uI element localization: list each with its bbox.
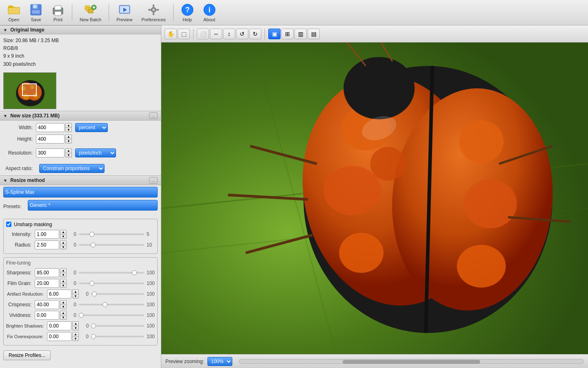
vividness-row: Vividness: ▲ ▼ 0 100 xyxy=(6,311,155,320)
crop-tool-button[interactable]: ⬜ xyxy=(197,29,209,39)
svg-point-54 xyxy=(343,57,414,119)
crispness-slider-track[interactable] xyxy=(79,304,144,305)
help-label: Help xyxy=(183,17,192,22)
radius-increment-button[interactable]: ▲ xyxy=(60,240,67,245)
resize-method-collapse-arrow[interactable]: ▼ xyxy=(3,178,7,183)
sharpness-slider-track[interactable] xyxy=(79,272,144,274)
height-row: Height: ▲ ▼ xyxy=(3,135,158,144)
vividness-slider-thumb[interactable] xyxy=(79,313,84,318)
open-button[interactable]: Open xyxy=(4,2,24,24)
brighten-shadows-slider-thumb[interactable] xyxy=(91,323,96,328)
crispness-increment-button[interactable]: ▲ xyxy=(60,300,67,305)
brighten-shadows-decrement-button[interactable]: ▼ xyxy=(72,326,79,330)
zoom-select[interactable]: 100% xyxy=(207,357,232,366)
new-size-options-button[interactable]: ... xyxy=(149,112,158,119)
intensity-input[interactable] xyxy=(35,230,59,239)
sharpness-input[interactable] xyxy=(35,268,59,277)
preview-button[interactable]: Preview xyxy=(113,2,136,24)
artifact-reduction-slider-track[interactable] xyxy=(91,293,144,295)
preview-horizontal-scrollbar[interactable] xyxy=(239,359,584,364)
compare-view-button[interactable]: ▤ xyxy=(307,29,320,39)
presets-select[interactable]: Generic * xyxy=(28,200,158,211)
fix-overexposure-increment-button[interactable]: ▲ xyxy=(72,332,79,337)
toolbar-separator-1 xyxy=(72,4,72,21)
save-button[interactable]: Save xyxy=(26,2,46,24)
resolution-decrement-button[interactable]: ▼ xyxy=(65,153,72,157)
sharpness-slider-thumb[interactable] xyxy=(132,270,137,275)
about-button[interactable]: i About xyxy=(200,2,219,24)
vividness-increment-button[interactable]: ▲ xyxy=(60,311,67,315)
brighten-shadows-input[interactable] xyxy=(47,321,71,330)
fix-overexposure-input[interactable] xyxy=(47,332,71,341)
vividness-input[interactable] xyxy=(35,311,59,320)
preview-area[interactable] xyxy=(161,43,588,354)
crispness-slider-thumb[interactable] xyxy=(102,302,107,307)
artifact-reduction-slider-thumb[interactable] xyxy=(92,292,97,296)
intensity-decrement-button[interactable]: ▼ xyxy=(60,234,67,239)
sharpness-decrement-button[interactable]: ▼ xyxy=(60,273,67,277)
unit-select[interactable]: percent xyxy=(75,123,108,132)
width-decrement-button[interactable]: ▼ xyxy=(65,128,72,132)
resize-profiles-button[interactable]: Resize Profiles... xyxy=(3,350,51,360)
flip-horizontal-button[interactable]: ↔ xyxy=(210,29,222,39)
marquee-tool-button[interactable]: ⬚ xyxy=(178,29,190,39)
single-view-button[interactable]: ▣ xyxy=(268,29,281,39)
intensity-increment-button[interactable]: ▲ xyxy=(60,230,67,234)
resize-method-options-button[interactable]: ... xyxy=(149,177,158,184)
fix-overexposure-slider-thumb[interactable] xyxy=(91,334,96,339)
rotate-ccw-button[interactable]: ↺ xyxy=(236,29,248,39)
brighten-shadows-slider-track[interactable] xyxy=(91,325,144,327)
artifact-reduction-increment-button[interactable]: ▲ xyxy=(72,289,79,294)
brighten-shadows-increment-button[interactable]: ▲ xyxy=(72,321,79,326)
width-input[interactable] xyxy=(36,123,65,132)
single-view-icon: ▣ xyxy=(272,31,277,37)
height-input[interactable] xyxy=(36,135,65,144)
fix-overexposure-decrement-button[interactable]: ▼ xyxy=(72,337,79,341)
intensity-slider-thumb[interactable] xyxy=(89,232,94,237)
radius-slider-thumb[interactable] xyxy=(91,242,96,247)
width-increment-button[interactable]: ▲ xyxy=(65,123,72,128)
radius-min: 0 xyxy=(68,242,76,248)
crispness-input[interactable] xyxy=(35,300,59,309)
artifact-reduction-decrement-button[interactable]: ▼ xyxy=(72,294,79,298)
hand-tool-button[interactable]: ✋ xyxy=(165,29,177,39)
vividness-slider-track[interactable] xyxy=(79,314,144,316)
flip-vertical-icon: ↕ xyxy=(228,31,231,37)
preview-scrollbar-thumb[interactable] xyxy=(343,360,480,364)
film-grain-input[interactable] xyxy=(35,279,59,288)
radius-decrement-button[interactable]: ▼ xyxy=(60,245,67,249)
flip-vertical-button[interactable]: ↕ xyxy=(223,29,235,39)
film-grain-slider-track[interactable] xyxy=(79,283,144,284)
sharpness-increment-button[interactable]: ▲ xyxy=(60,268,67,273)
film-grain-decrement-button[interactable]: ▼ xyxy=(60,283,67,288)
split-view-button[interactable]: ⊞ xyxy=(281,29,294,39)
print-button[interactable]: Print xyxy=(48,2,68,24)
height-decrement-button[interactable]: ▼ xyxy=(65,139,72,144)
radius-input[interactable] xyxy=(35,240,59,249)
vividness-decrement-button[interactable]: ▼ xyxy=(60,315,67,320)
artifact-reduction-input[interactable] xyxy=(47,289,71,298)
radius-slider-track[interactable] xyxy=(79,244,144,246)
crispness-decrement-button[interactable]: ▼ xyxy=(60,305,67,309)
film-grain-increment-button[interactable]: ▲ xyxy=(60,279,67,283)
rotate-cw-button[interactable]: ↻ xyxy=(249,29,261,39)
new-batch-button[interactable]: New Batch xyxy=(76,2,105,24)
preferences-button[interactable]: Preferences xyxy=(138,2,169,24)
intensity-row: Intensity: ▲ ▼ 0 5 xyxy=(6,230,155,239)
fix-overexposure-slider-track[interactable] xyxy=(91,336,144,337)
resolution-increment-button[interactable]: ▲ xyxy=(65,148,72,153)
height-increment-button[interactable]: ▲ xyxy=(65,135,72,139)
help-button[interactable]: ? Help xyxy=(178,2,197,24)
film-grain-slider-thumb[interactable] xyxy=(89,281,94,286)
aspect-ratio-select[interactable]: Constrain proportions xyxy=(39,164,105,173)
original-image-collapse-arrow[interactable]: ▼ xyxy=(3,28,7,32)
intensity-slider-track[interactable] xyxy=(79,233,144,235)
film-grain-label: Film Grain: xyxy=(6,280,35,286)
dual-view-button[interactable]: ▥ xyxy=(294,29,307,39)
resolution-unit-select[interactable]: pixels/inch xyxy=(75,148,116,157)
resolution-input[interactable] xyxy=(36,148,65,157)
resize-method-select[interactable]: S-Spline Max xyxy=(3,187,158,197)
unsharp-masking-checkbox[interactable] xyxy=(6,222,11,227)
thumbnail-area xyxy=(0,71,161,111)
new-size-collapse-arrow[interactable]: ▼ xyxy=(3,114,7,118)
